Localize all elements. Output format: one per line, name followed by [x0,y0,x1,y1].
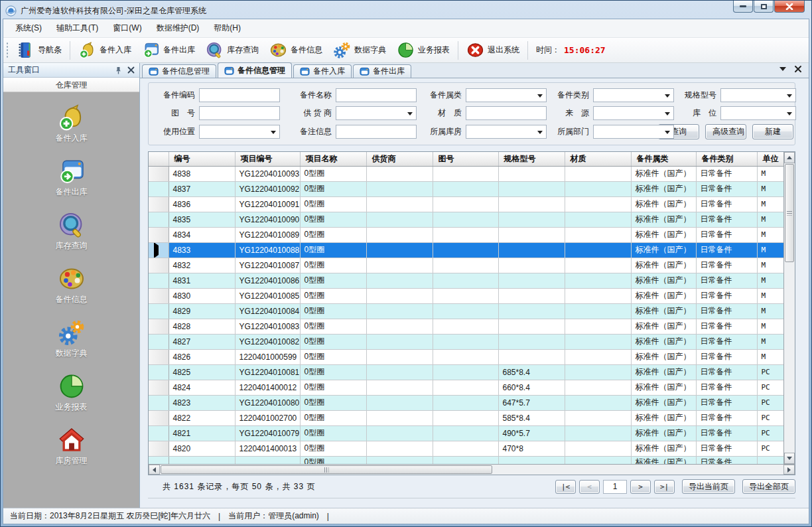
table-row[interactable]: 4830YG122040100850型圈标准件（国产）日常备件M [149,288,783,303]
row-selector-cell[interactable] [149,364,169,380]
usage-position-select[interactable] [199,125,280,139]
spec-model-select[interactable] [720,88,796,102]
part-category-select[interactable] [466,88,547,102]
row-selector-cell[interactable] [149,441,169,456]
column-header-0[interactable] [149,152,169,166]
first-page-button[interactable]: |< [555,480,576,494]
scroll-up-button[interactable] [784,152,795,163]
new-button[interactable]: 新建 [752,124,793,139]
row-selector-cell[interactable] [149,395,169,410]
scroll-down-button[interactable] [784,453,795,464]
drawing-no-field[interactable] [199,106,280,120]
prev-page-button[interactable]: < [579,480,600,494]
table-row[interactable]: 482012204014000130型圈470*8标准件（国产）日常备件PC [149,441,783,456]
row-selector-cell[interactable] [149,258,169,273]
menu-item-2[interactable]: 窗口(W) [106,20,148,37]
sidebar-item-business-report[interactable]: 业务报表 [32,370,111,415]
row-selector-cell[interactable] [149,212,169,227]
row-selector-cell[interactable] [149,456,169,464]
part-code-field[interactable] [199,88,280,102]
table-row[interactable]: 0型圈标准件（国产）日常备件 [149,456,783,464]
export-all-pages-button[interactable]: 导出全部页 [742,479,795,494]
row-selector-cell[interactable] [149,181,169,196]
horizontal-scroll-thumb[interactable] [161,465,492,474]
sidebar-item-data-dict[interactable]: 数据字典 [32,317,111,361]
row-selector-cell[interactable] [149,227,169,242]
row-selector-cell[interactable] [149,242,169,258]
toolbar-grip-handle[interactable] [6,42,9,59]
tab-2[interactable]: 备件入库 [293,64,352,78]
column-header-3[interactable]: 项目名称 [300,152,366,166]
column-header-7[interactable]: 材质 [565,152,631,166]
menu-item-4[interactable]: 帮助(H) [207,20,247,37]
toolbar-button-parts-info[interactable]: 备件信息 [264,39,328,61]
vertical-scrollbar[interactable] [783,152,795,464]
tab-list-dropdown-icon[interactable] [779,67,786,71]
remark-field[interactable] [336,125,417,139]
part-name-field[interactable] [336,88,417,102]
supplier-select[interactable] [336,106,417,120]
row-selector-cell[interactable] [149,334,169,349]
table-row[interactable]: 482612204010005990型圈标准件（国产）日常备件M [149,349,783,364]
warehouse-select[interactable] [466,125,547,139]
table-row[interactable]: 482212204010027000型圈585*8.4标准件（国产）日常备件PC [149,410,783,425]
close-button[interactable] [774,1,805,13]
menu-item-1[interactable]: 辅助工具(T) [50,20,105,37]
tab-3[interactable]: 备件出库 [353,64,411,78]
vertical-scroll-thumb[interactable] [785,164,794,262]
sidebar-item-warehouse-mgmt[interactable]: 库房管理 [32,424,111,469]
column-header-4[interactable]: 供货商 [366,152,433,166]
maximize-button[interactable] [754,1,774,13]
tab-close-icon[interactable] [794,65,802,73]
toolbar-button-exit-system[interactable]: 退出系统 [461,39,525,61]
tab-0[interactable]: 备件信息管理 [142,64,216,78]
column-header-8[interactable]: 备件属类 [631,152,696,166]
row-selector-cell[interactable] [149,166,169,181]
column-header-5[interactable]: 图号 [433,152,498,166]
row-selector-cell[interactable] [149,196,169,212]
horizontal-scroll-track[interactable] [492,465,783,475]
sidebar-item-parts-inbound[interactable]: 备件入库 [32,102,111,146]
menu-item-3[interactable]: 数据维护(D) [150,20,206,37]
sidebar-item-stock-query[interactable]: 库存查询 [32,209,111,254]
table-row[interactable]: 4836YG122040100910型圈标准件（国产）日常备件M [149,196,783,212]
row-selector-cell[interactable] [149,288,169,303]
row-selector-cell[interactable] [149,380,169,395]
last-page-button[interactable]: >| [654,480,675,494]
table-row[interactable]: 4834YG122040100890型圈标准件（国产）日常备件M [149,227,783,242]
advanced-query-button[interactable]: 高级查询 [705,124,746,139]
column-header-2[interactable]: 项目编号 [235,152,300,166]
row-selector-cell[interactable] [149,425,169,441]
horizontal-scrollbar[interactable] [149,464,795,475]
row-selector-cell[interactable] [149,410,169,425]
column-header-9[interactable]: 备件类别 [696,152,757,166]
table-row[interactable]: 4828YG122040100830型圈标准件（国产）日常备件M [149,319,783,334]
page-number-input[interactable]: 1 [603,480,627,494]
table-row[interactable]: 4838YG122040100930型圈标准件（国产）日常备件M [149,166,783,181]
table-row[interactable]: 4832YG122040100870型圈标准件（国产）日常备件M [149,258,783,273]
toolbar-button-stock-query[interactable]: 库存查询 [200,39,264,61]
sidebar-item-parts-outbound[interactable]: 备件出库 [32,155,111,200]
toolbar-button-parts-inbound[interactable]: 备件入库 [73,39,137,61]
column-header-1[interactable]: 编号 [169,152,235,166]
toolbar-button-navbar[interactable]: 导航条 [11,39,67,61]
table-row[interactable]: 4827YG122040100820型圈标准件（国产）日常备件M [149,334,783,349]
location-select[interactable] [720,106,796,120]
table-row[interactable]: 4837YG122040100920型圈标准件（国产）日常备件M [149,181,783,196]
material-field[interactable] [466,106,547,120]
row-selector-cell[interactable] [149,319,169,334]
row-selector-cell[interactable] [149,303,169,319]
row-selector-cell[interactable] [149,273,169,288]
source-select[interactable] [593,106,674,120]
row-selector-cell[interactable] [149,349,169,364]
vertical-scroll-track[interactable] [784,263,795,453]
scroll-right-button[interactable] [783,465,795,475]
sidebar-group-title[interactable]: 仓库管理 [3,78,139,92]
pin-icon[interactable] [115,66,122,74]
sidebar-close-icon[interactable] [127,66,135,74]
sidebar-item-parts-info[interactable]: 备件信息 [32,263,111,307]
table-row[interactable]: 4829YG122040100840型圈标准件（国产）日常备件M [149,303,783,319]
scroll-left-button[interactable] [149,465,160,475]
menu-item-0[interactable]: 系统(S) [9,20,48,37]
table-row[interactable]: 4833YG122040100880型圈标准件（国产）日常备件M [149,242,783,258]
